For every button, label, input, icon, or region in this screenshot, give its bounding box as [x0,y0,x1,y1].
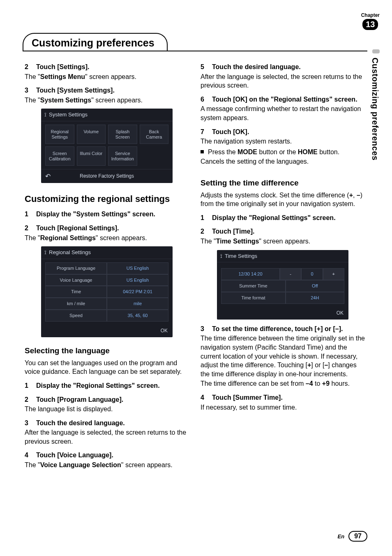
screenshot-time-settings: ⟟Time Settings 12/30 14:20 - 0 + Summer … [217,250,348,320]
chapter-label: Chapter [361,12,380,18]
screenshot-title: Time Settings [225,253,257,260]
row-time-format[interactable]: Time format [221,292,286,304]
step-num: 2 [201,227,212,236]
td-step-3-range: The time difference can be set from –4 t… [201,379,365,388]
tile-splash-screen[interactable]: Splash Screen [108,125,137,144]
row-program-language[interactable]: Program Language [45,262,107,274]
sl-step-3-desc: After the language is selected, the scre… [25,428,189,446]
td-step-3: 3To set the time difference, touch [+] o… [201,324,365,334]
page-number: 97 [348,531,367,542]
step-num: 5 [201,63,212,72]
tile-service-information[interactable]: Service Information [108,146,137,166]
step-num: 2 [25,395,36,404]
step-2-desc: The "Settings Menu" screen appears. [25,72,189,81]
heading-time-difference: Setting the time difference [201,178,365,188]
step-6: 6Touch [OK] on the "Regional Settings" s… [201,95,365,104]
row-summer-time[interactable]: Summer Time [221,280,286,292]
step-num: 3 [25,86,36,95]
step-7: 7Touch [OK]. [201,127,365,137]
step-num: 1 [201,213,212,222]
td-step-1: 1Display the "Regional Settings" screen. [201,213,365,222]
sl-step-3: 3Touch the desired language. [25,419,189,428]
chapter-number: 13 [362,19,378,30]
sl-step-2: 2Touch [Program Language]. [25,395,189,404]
screenshot-regional-settings: ⟟Regional Settings Program LanguageUS En… [41,246,173,337]
time-offset-value: 0 [301,268,323,280]
sl-step-1: 1Display the "Regional Settings" screen. [25,381,189,390]
val-speed[interactable]: 35, 45, 60 [107,310,168,322]
step-7-desc2: Cancels the setting of the languages. [201,157,365,166]
step-6-desc: A message confirming whether to restart … [201,104,365,122]
td-step-4-desc: If necessary, set to summer time. [201,403,365,412]
step-title: Touch [Voice Language]. [36,452,113,459]
sl-step-4-desc: The "Voice Language Selection" screen ap… [25,461,189,470]
screenshot-icon: ⟟ [44,111,46,118]
val-program-language[interactable]: US English [107,262,168,274]
step-num: 1 [25,381,36,390]
screenshot-system-settings: ⟟System Settings Regional Settings Volum… [41,109,173,183]
screenshot-title: System Settings [49,111,88,118]
row-time[interactable]: Time [45,286,107,298]
val-km-mile[interactable]: mile [107,298,168,310]
row-voice-language[interactable]: Voice Language [45,274,107,286]
step-num: 4 [25,451,36,460]
restore-factory-settings[interactable]: Restore Factory Settings [80,173,134,179]
screenshot-title: Regional Settings [49,249,91,256]
val-voice-language[interactable]: US English [107,274,168,286]
step-num: 3 [201,324,212,334]
time-plus-button[interactable]: + [323,268,344,280]
step-title: To set the time difference, touch [+] or… [212,325,343,332]
tile-illumi-color[interactable]: Illumi Color [77,146,106,166]
time-diff-desc: Adjusts the systems clock. Set the time … [201,191,365,208]
step-5-desc: After the language is selected, the scre… [201,72,365,90]
tile-back-camera[interactable]: Back Camera [140,125,169,144]
tile-volume[interactable]: Volume [77,125,106,144]
left-column: 2Touch [Settings]. The "Settings Menu" s… [25,58,189,470]
step-3-desc: The "System Settings" screen appears. [25,96,189,105]
val-time[interactable]: 04/22 PM 2:01 [107,286,168,298]
side-tab-marker [372,49,380,53]
rs-step-2: 2Touch [Regional Settings]. [25,224,189,233]
step-title: Touch [Summer Time]. [212,394,283,401]
step-title: Touch [Program Language]. [36,396,123,403]
screenshot-icon: ⟟ [220,253,222,260]
heading-customizing-regional: Customizing the regional settings [25,193,189,205]
heading-selecting-language: Selecting the language [25,345,189,356]
step-title: Display the "Regional Settings" screen. [212,214,336,221]
row-speed[interactable]: Speed [45,310,107,322]
step-7-bullet: Press the MODE button or the HOME button… [201,148,365,157]
time-minus-button[interactable]: - [280,268,301,280]
step-title: Display the "Regional Settings" screen. [36,382,160,389]
language-code: En [338,533,345,540]
step-title: Touch [OK]. [212,128,249,135]
val-time-format[interactable]: 24H [286,292,344,304]
td-step-4: 4Touch [Summer Time]. [201,393,365,402]
step-title: Display the "System Settings" screen. [36,211,155,218]
step-num: 1 [25,210,36,219]
step-num: 3 [25,419,36,428]
step-num: 2 [25,63,36,72]
title-underline [23,51,367,51]
tile-screen-calibration[interactable]: Screen Calibration [45,146,74,166]
tile-regional-settings[interactable]: Regional Settings [45,125,74,144]
page-title: Customizing preferences [23,33,168,51]
bullet-icon [201,150,204,153]
ok-button[interactable]: OK [217,307,348,320]
step-2: 2Touch [Settings]. [25,63,189,72]
selecting-language-desc: You can set the languages used on the pr… [25,359,189,376]
right-column: 5Touch the desired language. After the l… [201,58,365,470]
step-title: Touch [OK] on the "Regional Settings" sc… [212,96,357,103]
step-title: Touch the desired language. [36,419,125,426]
step-title: Touch [Time]. [212,228,254,235]
step-7-desc: The navigation system restarts. [201,137,365,146]
td-step-3-desc: The time difference between the time ori… [201,334,365,378]
back-icon[interactable]: ↶ [45,172,51,181]
step-num: 6 [201,95,212,104]
step-3: 3Touch [System Settings]. [25,86,189,95]
row-km-mile[interactable]: km / mile [45,298,107,310]
val-summer-time[interactable]: Off [286,280,344,292]
rs-step-1: 1Display the "System Settings" screen. [25,210,189,219]
screenshot-icon: ⟟ [44,249,46,256]
ok-button[interactable]: OK [41,325,173,337]
side-tab: Customizing preferences [370,58,380,160]
